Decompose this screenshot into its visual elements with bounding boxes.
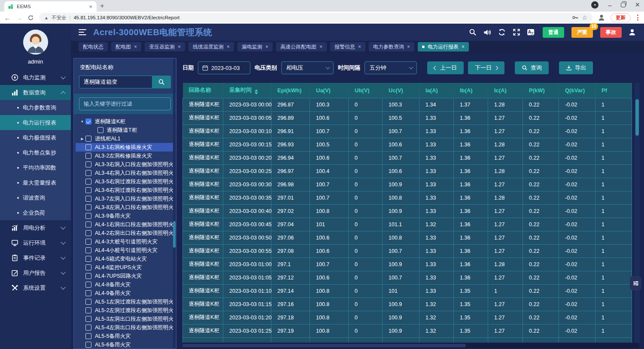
tree-item[interactable]: AL3-3右洞入口段左侧加强照明火灾 [76, 160, 174, 169]
sidebar-item-事件记录[interactable]: 事件记录 [0, 250, 71, 265]
voltage-type-select[interactable]: 相电压 [281, 61, 334, 74]
window-close-button[interactable] [635, 2, 640, 8]
sidebar-item-用电分析[interactable]: 用电分析 [0, 220, 71, 235]
sort-icon[interactable] [255, 89, 258, 94]
url-bar[interactable]: ▲ 不安全 | 45.81.195.134:8090/3000WEBV2/Ele… [39, 13, 592, 22]
tree-item[interactable]: AL3-6右洞过渡段右侧加强照明火灾 [76, 186, 174, 194]
page-tab-配电图[interactable]: 配电图× [111, 42, 141, 52]
tree-checkbox[interactable] [85, 282, 91, 288]
browser-tab[interactable]: EEMS × [4, 1, 97, 12]
tree-item[interactable]: AL5-1左洞过渡段左侧加强照明火灾 [76, 297, 174, 306]
tab-close-icon[interactable]: × [358, 44, 361, 50]
tree-item[interactable]: AL5-5备用火灾 [76, 332, 174, 340]
page-tab-电力运行报表[interactable]: 电力运行报表× [418, 42, 469, 52]
tree-item[interactable]: AL4-9备用火灾 [76, 289, 174, 297]
tree-checkbox[interactable] [85, 342, 91, 348]
tree-checkbox[interactable] [85, 118, 91, 124]
tree-item[interactable]: AL3-1右洞检修插座火灾 [76, 143, 174, 152]
table-vertical-scrollbar[interactable] [635, 83, 640, 343]
next-day-button[interactable]: 下一日 [468, 61, 504, 74]
fullscreen-icon[interactable] [512, 28, 520, 36]
tree-checkbox[interactable] [85, 247, 91, 253]
sidebar-item-系统设置[interactable]: 系统设置 [0, 280, 71, 295]
tree-checkbox[interactable] [85, 170, 91, 176]
tree-item[interactable]: AL3-2左洞检修插座火灾 [76, 152, 174, 160]
tree-checkbox[interactable] [85, 230, 91, 236]
tree-item[interactable]: AL4-1右洞出口段左侧加强照明火灾 [76, 220, 174, 229]
tree-item[interactable]: ▶进线柜AL1 [76, 134, 174, 143]
tree-checkbox[interactable] [85, 213, 91, 219]
tree-checkbox[interactable] [85, 144, 91, 150]
table-horizontal-scrollbar[interactable] [182, 343, 640, 348]
sidebar-item-用户报告[interactable]: 用户报告 [0, 265, 71, 280]
sidebar-item-运行环境[interactable]: 运行环境 [0, 235, 71, 250]
tab-close-icon[interactable]: × [227, 44, 230, 50]
tree-checkbox[interactable] [85, 299, 91, 305]
tree-scrollbar[interactable] [173, 58, 176, 349]
date-picker[interactable]: 2023-03-03 [198, 61, 250, 74]
tree-item[interactable]: AL4-6监控UPS火灾 [76, 263, 174, 272]
search-icon[interactable] [468, 28, 477, 36]
tree-item[interactable]: AL5-6备用火灾 [76, 340, 174, 349]
prev-day-button[interactable]: 上一日 [427, 61, 464, 74]
tab-close-icon[interactable]: × [462, 44, 465, 50]
tree-item[interactable]: AL5-3左洞出口段左侧加强照明火灾 [76, 315, 174, 323]
tree-checkbox[interactable] [85, 316, 91, 322]
new-tab-button[interactable] [97, 1, 108, 11]
submenu-item-电力参数查询[interactable]: 电力参数查询 [0, 100, 71, 115]
table-scrollbar-thumb[interactable] [635, 99, 639, 136]
submenu-item-电力极值报表[interactable]: 电力极值报表 [0, 130, 71, 145]
security-warning-icon[interactable]: ▲ [44, 15, 49, 20]
tree-checkbox[interactable] [85, 290, 91, 296]
alarm-badge-严重[interactable]: 严重19 [571, 27, 593, 38]
sound-icon[interactable] [483, 28, 491, 36]
tree-scrollbar-thumb[interactable] [173, 221, 176, 248]
tree-checkbox[interactable] [85, 273, 91, 279]
page-tab-漏电监测[interactable]: 漏电监测× [237, 42, 273, 52]
station-search-button[interactable] [152, 76, 171, 88]
tree-item[interactable]: AL3-4右洞入口段右侧加强照明火灾 [76, 169, 174, 177]
tree-item[interactable]: AL4-4小桩号引道照明火灾 [76, 246, 174, 255]
tree-checkbox[interactable] [97, 127, 103, 133]
sidebar-item-数据查询[interactable]: 数据查询 [0, 85, 71, 100]
collapse-arrow-icon[interactable]: ▶ [79, 137, 85, 141]
tab-close-icon[interactable]: × [407, 44, 410, 50]
interval-select[interactable]: 五分钟 [365, 61, 417, 74]
tab-close-icon[interactable]: × [178, 44, 181, 50]
query-button[interactable]: 查询 [515, 61, 549, 74]
tree-item[interactable]: AL3-5右洞过渡段左侧加强照明火灾 [76, 177, 174, 186]
browser-tab-close-icon[interactable]: × [88, 3, 93, 10]
station-search-input[interactable] [79, 76, 152, 88]
page-tab-配电状态[interactable]: 配电状态 [79, 42, 108, 52]
submenu-item-谐波查询[interactable]: 谐波查询 [0, 190, 71, 205]
tree-checkbox[interactable] [85, 179, 91, 185]
window-minimize-button[interactable] [608, 2, 611, 8]
window-restore-button[interactable] [621, 3, 626, 7]
bookmark-star-icon[interactable]: ☆ [582, 14, 587, 21]
user-icon[interactable] [628, 28, 636, 36]
submenu-item-企业负荷[interactable]: 企业负荷 [0, 205, 71, 220]
tree-item[interactable]: 逐桐隧道T柜 [76, 126, 174, 134]
browser-media-button[interactable] [591, 1, 598, 9]
tree-item[interactable]: AL4-3大桩号引道照明火灾 [76, 237, 174, 246]
table-settings-button[interactable] [630, 276, 641, 291]
page-tab-报警信息[interactable]: 报警信息× [330, 42, 365, 52]
expand-arrow-icon[interactable]: ▼ [79, 120, 85, 124]
tree-item[interactable]: AL4-8备用火灾 [76, 280, 174, 289]
chrome-update-button[interactable]: 更新 [611, 13, 631, 22]
tree-checkbox[interactable] [85, 307, 91, 313]
collapse-menu-icon[interactable] [79, 29, 86, 35]
tree-checkbox[interactable] [85, 187, 91, 193]
password-key-icon[interactable] [572, 14, 579, 21]
chrome-menu-icon[interactable] [636, 15, 640, 21]
tree-item[interactable]: AL3-9备用火灾 [76, 212, 174, 220]
page-tab-高速公路配电图[interactable]: 高速公路配电图× [276, 42, 327, 52]
page-tab-电力参数查询[interactable]: 电力参数查询× [369, 42, 414, 52]
tree-checkbox[interactable] [85, 325, 91, 331]
tree-item[interactable]: AL4-5箱式变电站火灾 [76, 255, 174, 263]
tree-checkbox[interactable] [85, 136, 91, 142]
tab-close-icon[interactable]: × [319, 44, 322, 50]
tree-checkbox[interactable] [85, 222, 91, 228]
tree-item[interactable]: AL4-7UPS回路火灾 [76, 272, 174, 280]
table-hscrollbar-thumb[interactable] [182, 344, 466, 347]
